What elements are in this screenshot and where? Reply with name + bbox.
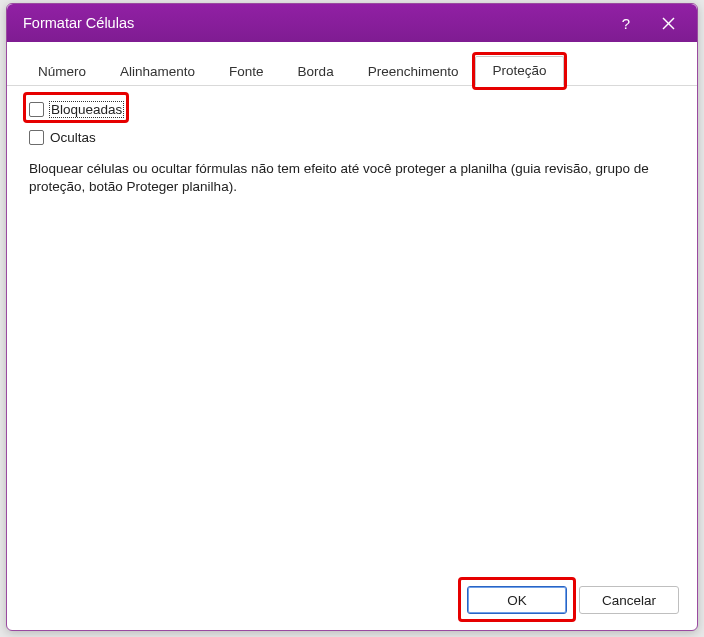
ocultas-label[interactable]: Ocultas (50, 130, 96, 145)
ocultas-checkbox[interactable] (29, 130, 44, 145)
bloqueadas-checkbox[interactable] (29, 102, 44, 117)
tab-protecao[interactable]: Proteção (475, 56, 563, 86)
help-button[interactable]: ? (605, 8, 647, 38)
button-bar: OK Cancelar (7, 576, 697, 630)
close-icon (662, 17, 675, 30)
tab-fonte[interactable]: Fonte (212, 57, 281, 86)
titlebar: Formatar Células ? (7, 4, 697, 42)
tab-strip: Número Alinhamento Fonte Borda Preenchim… (7, 42, 697, 86)
format-cells-dialog: Formatar Células ? Número Alinhamento Fo… (6, 3, 698, 631)
tab-alinhamento[interactable]: Alinhamento (103, 57, 212, 86)
tab-protecao-label: Proteção (492, 63, 546, 78)
ocultas-row: Ocultas (29, 126, 675, 148)
protection-info-text: Bloquear células ou ocultar fórmulas não… (29, 160, 669, 196)
bloqueadas-label[interactable]: Bloqueadas (50, 102, 123, 117)
bloqueadas-row: Bloqueadas (29, 98, 123, 120)
tab-borda[interactable]: Borda (281, 57, 351, 86)
tab-numero[interactable]: Número (21, 57, 103, 86)
cancel-button[interactable]: Cancelar (579, 586, 679, 614)
tab-preenchimento[interactable]: Preenchimento (351, 57, 476, 86)
help-icon: ? (622, 15, 630, 32)
ok-button[interactable]: OK (467, 586, 567, 614)
tab-content-protection: Bloqueadas Ocultas Bloquear células ou o… (7, 86, 697, 576)
dialog-title: Formatar Células (23, 15, 605, 31)
close-button[interactable] (647, 8, 689, 38)
